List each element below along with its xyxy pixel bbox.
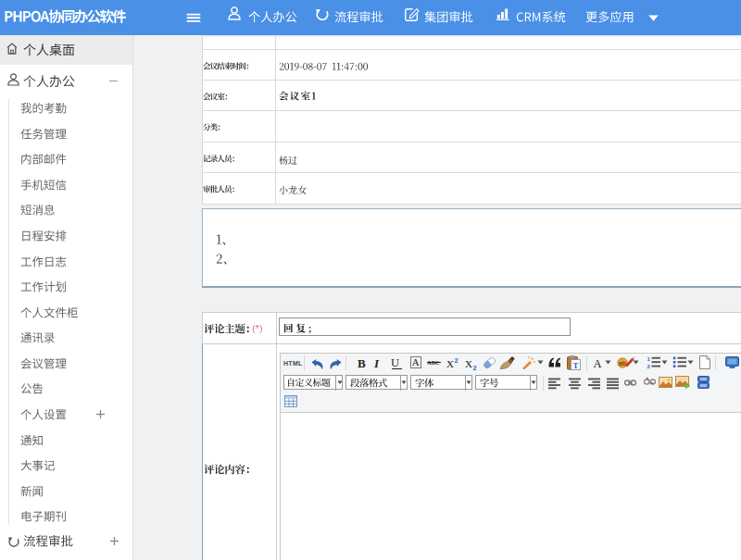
svg-text:1: 1 [647, 356, 651, 362]
svg-text:2: 2 [647, 364, 651, 369]
svg-text:A: A [412, 356, 420, 367]
svg-text:T: T [572, 360, 578, 369]
svg-text:ab: ab [619, 359, 626, 366]
